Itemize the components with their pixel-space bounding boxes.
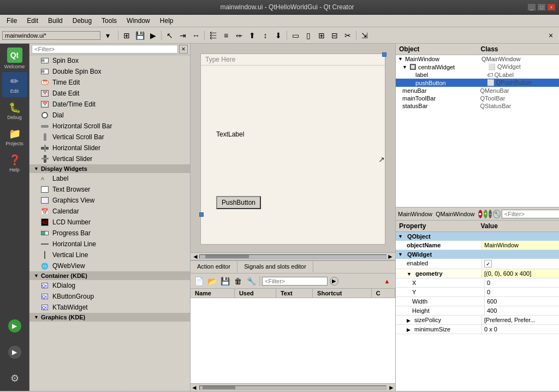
layout-form-button[interactable]: ⊟	[329, 29, 341, 41]
bottom-hscrollbar[interactable]: ◄ ►	[191, 383, 395, 391]
new-form-button[interactable]: ⊞	[121, 29, 133, 41]
sidebar-item-ktabwidget[interactable]: Qt KTabWidget	[29, 302, 190, 313]
filter-circle-minus[interactable]: -	[489, 210, 491, 218]
obj-row-mainwindow[interactable]: ▼ MainWindow QMainWindow	[396, 55, 559, 63]
bottom-filter-go-icon[interactable]: ▶	[330, 277, 338, 286]
debug-icon-btn[interactable]: 🐛 Debug	[2, 98, 27, 123]
sidebar-item-calendar[interactable]: 📅 Calendar	[29, 206, 190, 217]
sidebar-item-progressbar[interactable]: Progress Bar	[29, 228, 190, 239]
prop-width-value[interactable]: 600	[485, 297, 559, 306]
sidebar-item-dateedit[interactable]: 📅 Date Edit	[29, 88, 190, 99]
close-button[interactable]: ×	[547, 3, 556, 11]
canvas-hscrollbar[interactable]: ◄ ►	[191, 252, 395, 260]
form-canvas[interactable]: Type Here TextLabel	[200, 54, 385, 245]
bottom-filter-input[interactable]	[262, 277, 328, 286]
sidebar-filter-input[interactable]	[32, 45, 178, 54]
align-top-button[interactable]: ⬆	[246, 29, 258, 41]
file-combo[interactable]	[2, 31, 100, 40]
preview-button[interactable]: ▶	[147, 29, 159, 41]
menu-help[interactable]: Help	[156, 16, 178, 26]
hscrollbar-thumb[interactable]	[205, 255, 249, 258]
obj-row-centralwidget[interactable]: ▼ 🔲 centralWidget ⬜ QWidget	[396, 63, 559, 71]
sidebar-item-hline[interactable]: Horizontal Line	[29, 239, 190, 250]
bottom-close-button[interactable]: ▲	[381, 275, 393, 287]
menu-file[interactable]: File	[2, 16, 21, 26]
prop-objectname-value[interactable]: MainWindow	[482, 241, 559, 250]
menu-tools[interactable]: Tools	[97, 16, 121, 26]
tools-action-button[interactable]: 🔧	[245, 275, 257, 287]
help-icon-btn[interactable]: ❓ Help	[2, 151, 27, 176]
new-action-button[interactable]: 📄	[193, 275, 205, 287]
bottom-hscrollbar-thumb[interactable]	[203, 386, 235, 389]
menu-window[interactable]: Window	[122, 16, 154, 26]
canvas-textlabel[interactable]: TextLabel	[216, 130, 244, 138]
menu-edit[interactable]: Edit	[22, 16, 43, 26]
prop-geometry-value[interactable]: [(0, 0), 600 x 400]	[482, 269, 559, 278]
resize-handle-bl[interactable]	[199, 212, 204, 217]
tab-order-button[interactable]: ⇥	[177, 29, 189, 41]
filter-circle-red[interactable]: ●	[478, 210, 483, 218]
minimumsize-expand-icon[interactable]: ▶	[407, 327, 411, 332]
layout-v-button[interactable]: ▯	[302, 29, 314, 41]
minimize-button[interactable]: _	[527, 3, 536, 11]
welcome-icon-btn[interactable]: Qt Welcome	[2, 46, 27, 71]
align-right-button[interactable]: ⬰	[233, 29, 245, 41]
geometry-expand-icon[interactable]: ▼	[407, 271, 412, 277]
close-editor-button[interactable]: ×	[545, 29, 557, 41]
layout-h-button[interactable]: ▭	[289, 29, 301, 41]
break-layout-button[interactable]: ✂	[342, 29, 354, 41]
adjust-size-button[interactable]: ⇲	[359, 29, 371, 41]
sidebar-item-spinbox[interactable]: ⊞ Spin Box	[29, 55, 190, 66]
sidebar-item-label[interactable]: A Label	[29, 173, 190, 184]
prop-sizepolicy-value[interactable]: [Preferred, Prefer...	[482, 316, 559, 324]
prop-y-value[interactable]: 0	[485, 288, 559, 296]
sidebar-item-doublespinbox[interactable]: ⊞ Double Spin Box	[29, 66, 190, 77]
sidebar-item-vscrollbar[interactable]: Vertical Scroll Bar	[29, 132, 190, 142]
menu-build[interactable]: Build	[44, 16, 67, 26]
sidebar-item-timeedit[interactable]: ⏰ Time Edit	[29, 77, 190, 88]
sidebar-item-kdialog[interactable]: Qt KDialog	[29, 280, 190, 291]
obj-row-maintoolbar[interactable]: mainToolBar QToolBar	[396, 94, 559, 102]
save-form-button[interactable]: 💾	[134, 29, 146, 41]
hscroll-right-btn[interactable]: ►	[386, 253, 394, 260]
layout-grid-button[interactable]: ⊞	[316, 29, 328, 41]
sidebar-item-graphicsview[interactable]: Graphics View	[29, 195, 190, 206]
pointer-button[interactable]: ↖	[164, 29, 176, 41]
resize-handle-tr[interactable]	[382, 52, 386, 57]
bottom-hscroll-left-btn[interactable]: ◄	[191, 384, 198, 391]
maximize-button[interactable]: □	[537, 3, 546, 11]
sidebar-item-lcdnumber[interactable]: 42 LCD Number	[29, 217, 190, 228]
sidebar-item-dial[interactable]: Dial	[29, 110, 190, 121]
settings-icon-btn[interactable]: ⚙	[2, 366, 27, 391]
sidebar-item-vslider[interactable]: Vertical Slider	[29, 153, 190, 164]
open-action-button[interactable]: 📂	[206, 275, 218, 287]
align-center-v-button[interactable]: ↕	[259, 29, 271, 41]
obj-row-pushbutton[interactable]: pushButton ⬜ QPushButton	[396, 79, 559, 87]
sizepolicy-expand-icon[interactable]: ▶	[407, 318, 411, 323]
sidebar-item-datetimeedit[interactable]: 📅 Date/Time Edit	[29, 99, 190, 110]
menu-debug[interactable]: Debug	[68, 16, 96, 26]
sidebar-item-kbuttongroup[interactable]: Qt KButtonGroup	[29, 291, 190, 302]
prop-minimumsize-value[interactable]: 0 x 0	[482, 325, 559, 334]
action-editor-tab[interactable]: Action editor	[191, 261, 237, 273]
projects-icon-btn[interactable]: 📁 Projects	[2, 124, 27, 150]
bottom-hscroll-right-btn[interactable]: ►	[388, 384, 395, 391]
canvas-pushbutton[interactable]: PushButton	[216, 196, 261, 209]
enabled-checkbox[interactable]: ✓	[484, 260, 492, 268]
sidebar-filter-clear-icon[interactable]: ×	[179, 45, 188, 54]
hscroll-left-btn[interactable]: ◄	[192, 253, 199, 260]
buddy-button[interactable]: ↔	[190, 29, 202, 41]
obj-row-menubar[interactable]: menuBar QMenuBar	[396, 87, 559, 94]
props-filter-input[interactable]	[502, 210, 559, 218]
align-left-button[interactable]: ⬱	[207, 29, 219, 41]
prop-enabled-value[interactable]: ✓	[482, 259, 559, 269]
obj-row-label[interactable]: label 🏷 QLabel	[396, 71, 559, 79]
filter-circle-green[interactable]: +	[484, 210, 488, 218]
filter-wrench-icon[interactable]: 🔧	[493, 210, 501, 218]
sidebar-item-hslider[interactable]: Horizontal Slider	[29, 142, 190, 153]
output-icon-btn[interactable]: ▶	[2, 313, 27, 338]
sidebar-item-hscrollbar[interactable]: Horizontal Scroll Bar	[29, 121, 190, 132]
edit-icon-btn[interactable]: ✏ Edit	[2, 72, 27, 97]
align-center-h-button[interactable]: ≡	[220, 29, 232, 41]
combo-arrow-icon[interactable]: ▾	[102, 29, 114, 41]
